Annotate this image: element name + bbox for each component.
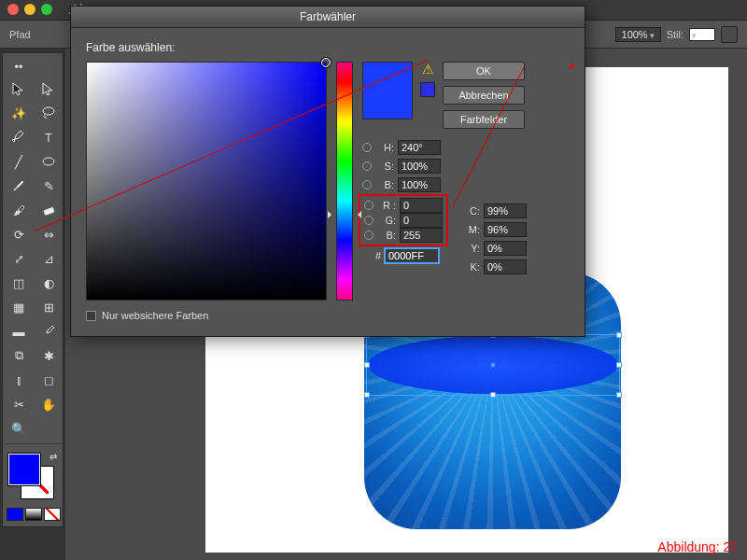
resize-handle[interactable] [364, 362, 370, 368]
shape-builder-tool[interactable]: ◐ [35, 272, 63, 294]
ok-button[interactable]: OK [443, 62, 525, 80]
none-mode-button[interactable] [44, 508, 61, 521]
free-transform-tool[interactable]: ◫ [5, 272, 33, 294]
direct-selection-tool[interactable] [35, 77, 63, 100]
tools-panel: •• ✨ T ╱ ✎ 🖌 ⟳ ⇔ ⤢ ⊿ ◫ ◐ ▦ ⊞ ▬ ⧉ ✱ ⫿ ◻ ✂… [2, 52, 63, 527]
resize-handle[interactable] [490, 392, 496, 398]
k-label: K: [461, 261, 480, 273]
g-label: G: [377, 215, 396, 226]
resize-handle[interactable] [616, 332, 622, 338]
choose-color-label: Farbe auswählen: [86, 41, 570, 54]
y-field[interactable] [484, 241, 527, 256]
r-field[interactable] [400, 198, 443, 213]
selection-center [491, 363, 495, 367]
slice-tool[interactable]: ✂ [5, 393, 33, 415]
selection-type-label: Pfad [9, 29, 31, 40]
fill-stroke-control[interactable]: ⇄ [5, 452, 63, 502]
gamut-suggest-swatch[interactable] [420, 82, 435, 97]
figure-caption: Abbildung: 27 [657, 539, 738, 554]
hex-label: # [362, 250, 381, 261]
perspective-tool[interactable]: ▦ [5, 296, 33, 318]
r-label: R : [377, 200, 396, 211]
annotation-arrowhead: ▴ [570, 58, 575, 71]
resize-handle[interactable] [616, 392, 622, 398]
y-label: Y: [461, 243, 480, 254]
swap-fill-stroke-icon[interactable]: ⇄ [49, 452, 57, 462]
resize-handle[interactable] [616, 362, 622, 368]
minimize-window-button[interactable] [24, 4, 35, 15]
fill-swatch[interactable] [8, 454, 40, 485]
h-field[interactable] [398, 140, 441, 155]
color-mode-button[interactable] [7, 508, 23, 521]
pencil-tool[interactable]: ✎ [35, 175, 63, 197]
window-controls [7, 4, 52, 15]
gradient-mode-button[interactable] [25, 508, 42, 521]
blend-tool[interactable]: ⧉ [5, 344, 33, 367]
style-swatch-dropdown[interactable] [689, 28, 715, 41]
bright-label: B: [375, 179, 394, 190]
color-picker-dialog: Farbwähler Farbe auswählen: ⚠ [70, 6, 585, 337]
h-label: H: [375, 142, 394, 153]
s-label: S: [375, 161, 394, 172]
selection-tool[interactable] [5, 77, 33, 100]
g-radio[interactable] [364, 216, 374, 225]
svg-point-0 [43, 107, 54, 115]
magic-wand-tool[interactable]: ✨ [5, 102, 33, 124]
type-tool[interactable]: T [35, 126, 63, 148]
c-field[interactable] [484, 203, 527, 218]
websafe-checkbox[interactable] [86, 311, 96, 321]
line-tool[interactable]: ╱ [5, 150, 33, 173]
s-field[interactable] [398, 159, 441, 174]
zoom-field[interactable]: 100% [615, 27, 661, 42]
close-window-button[interactable] [7, 4, 19, 15]
svg-point-1 [43, 158, 54, 165]
m-label: M: [461, 224, 480, 235]
rotate-tool[interactable]: ⟳ [5, 223, 33, 245]
selection-bounding-box [366, 334, 620, 396]
reflect-tool[interactable]: ⇔ [35, 223, 63, 245]
k-field[interactable] [484, 259, 527, 274]
rgb-highlight-annotation: R : G: B: [359, 194, 448, 246]
b-label: B: [377, 230, 396, 241]
h-radio[interactable] [362, 143, 372, 152]
zoom-window-button[interactable] [41, 4, 52, 15]
b-radio[interactable] [364, 231, 374, 240]
symbol-sprayer-tool[interactable]: ✱ [35, 344, 63, 367]
ellipse-tool[interactable] [35, 150, 63, 173]
b-field[interactable] [400, 228, 443, 243]
blob-brush-tool[interactable]: 🖌 [5, 199, 33, 221]
saturation-value-field[interactable] [86, 62, 327, 301]
style-label: Stil: [667, 29, 684, 40]
swatches-button[interactable]: Farbfelder [443, 110, 525, 129]
pen-tool[interactable] [5, 126, 33, 148]
eraser-tool[interactable] [35, 199, 63, 221]
column-graph-tool[interactable]: ⫿ [5, 369, 33, 391]
s-radio[interactable] [362, 161, 372, 171]
bright-field[interactable] [398, 177, 441, 192]
m-field[interactable] [484, 222, 527, 237]
sv-cursor[interactable] [321, 58, 331, 67]
websafe-label: Nur websichere Farben [102, 310, 208, 321]
r-radio[interactable] [364, 201, 374, 210]
c-label: C: [461, 205, 480, 217]
doc-setup-button[interactable] [721, 26, 738, 43]
hex-field[interactable] [385, 248, 439, 263]
gradient-tool[interactable]: ▬ [5, 320, 33, 343]
dialog-title: Farbwähler [71, 7, 585, 28]
width-tool[interactable]: ⊿ [35, 247, 63, 270]
hand-tool[interactable]: ✋ [35, 393, 63, 415]
eyedropper-tool[interactable] [35, 320, 63, 343]
scale-tool[interactable]: ⤢ [5, 247, 33, 270]
resize-handle[interactable] [364, 392, 370, 398]
panel-grip[interactable]: •• [5, 57, 33, 76]
svg-rect-2 [44, 207, 54, 215]
artboard-tool[interactable]: ◻ [35, 369, 63, 391]
paintbrush-tool[interactable] [5, 175, 33, 197]
zoom-tool[interactable]: 🔍 [5, 417, 33, 440]
g-field[interactable] [400, 213, 443, 228]
mesh-tool[interactable]: ⊞ [35, 296, 63, 318]
gamut-warning-icon[interactable]: ⚠ [422, 62, 434, 77]
lasso-tool[interactable] [35, 102, 63, 124]
bright-radio[interactable] [362, 180, 372, 189]
selected-ellipse[interactable] [368, 336, 618, 394]
